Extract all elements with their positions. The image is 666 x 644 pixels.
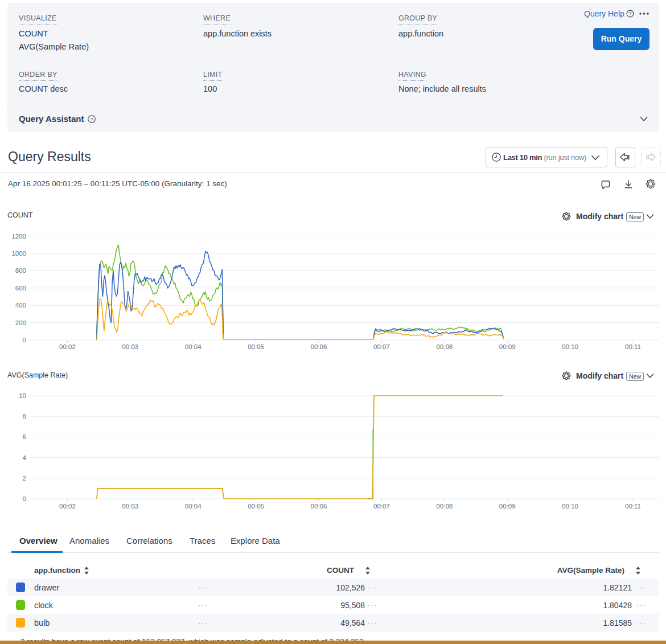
svg-text:4: 4 [23, 454, 27, 461]
svg-text:00:07: 00:07 [373, 503, 390, 510]
svg-text:00:07: 00:07 [373, 343, 390, 350]
svg-text:00:02: 00:02 [59, 343, 76, 350]
svg-text:1000: 1000 [11, 250, 26, 257]
svg-text:00:11: 00:11 [625, 503, 641, 510]
svg-text:00:06: 00:06 [311, 503, 327, 510]
svg-text:00:09: 00:09 [499, 503, 516, 510]
svg-text:00:10: 00:10 [562, 503, 578, 510]
svg-text:8: 8 [23, 413, 26, 420]
svg-text:00:11: 00:11 [625, 343, 641, 350]
svg-text:00:04: 00:04 [185, 503, 202, 510]
svg-text:00:10: 00:10 [562, 343, 578, 350]
svg-text:400: 400 [15, 302, 26, 309]
svg-text:00:08: 00:08 [436, 503, 453, 510]
svg-text:00:05: 00:05 [248, 343, 264, 350]
svg-text:600: 600 [15, 285, 26, 292]
svg-text:1200: 1200 [11, 233, 26, 240]
svg-text:10: 10 [19, 392, 26, 399]
svg-text:0: 0 [23, 495, 26, 502]
svg-text:200: 200 [15, 319, 26, 326]
svg-text:00:09: 00:09 [499, 343, 516, 350]
svg-text:00:03: 00:03 [122, 343, 138, 350]
svg-text:00:06: 00:06 [311, 343, 327, 350]
svg-text:00:05: 00:05 [248, 503, 264, 510]
svg-text:0: 0 [23, 337, 26, 343]
svg-text:00:04: 00:04 [185, 343, 202, 350]
svg-text:00:02: 00:02 [59, 503, 76, 510]
svg-text:2: 2 [23, 475, 26, 482]
svg-text:6: 6 [23, 433, 26, 440]
svg-text:00:08: 00:08 [436, 343, 453, 350]
svg-text:800: 800 [15, 267, 26, 274]
svg-text:00:03: 00:03 [122, 503, 138, 510]
